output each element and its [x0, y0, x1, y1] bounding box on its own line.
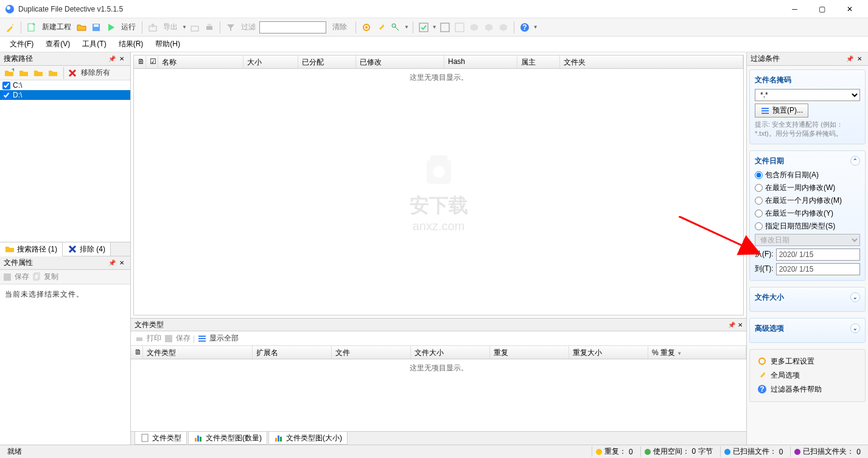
- bcol-pct[interactable]: % 重复 ▼: [648, 346, 746, 359]
- radio-week[interactable]: 在最近一周内修改(W): [755, 183, 860, 193]
- file-props-title: 文件属性: [4, 258, 33, 268]
- radio-year[interactable]: 在最近一年内修改(Y): [755, 208, 860, 219]
- gear-icon[interactable]: [360, 21, 373, 34]
- col-size[interactable]: 大小: [243, 55, 298, 68]
- minimize-button[interactable]: ─: [781, 1, 808, 18]
- cube1-icon[interactable]: [467, 21, 481, 34]
- check-icon[interactable]: [417, 21, 430, 34]
- maximize-button[interactable]: ▢: [808, 1, 836, 18]
- drive-item-c[interactable]: C:\: [0, 80, 130, 90]
- bcol-dup[interactable]: 重复: [490, 346, 569, 359]
- adv-title: 高级选项: [755, 323, 784, 334]
- save-button[interactable]: 保存: [176, 333, 191, 344]
- svg-text:?: ?: [522, 23, 527, 32]
- cube3-icon[interactable]: [497, 21, 510, 34]
- filter-help-link[interactable]: ?过滤器条件帮助: [755, 382, 860, 396]
- bcol-dupsize[interactable]: 重复大小: [569, 346, 648, 359]
- menu-tools[interactable]: 工具(T): [77, 37, 111, 51]
- col-check[interactable]: ☑: [146, 55, 158, 68]
- col-owner[interactable]: 属主: [517, 55, 560, 68]
- filter-icon[interactable]: [224, 21, 237, 34]
- folder3-icon[interactable]: [32, 66, 45, 80]
- bcol-ext[interactable]: 扩展名: [253, 346, 332, 359]
- svg-rect-29: [198, 340, 206, 342]
- links-section: 更多工程设置 全局选项 ?过滤器条件帮助: [749, 349, 866, 402]
- pin-icon[interactable]: 📌: [107, 54, 117, 64]
- add-folder-icon[interactable]: +: [2, 66, 16, 80]
- folder4-icon[interactable]: [46, 66, 60, 80]
- close-panel-icon[interactable]: ✕: [117, 258, 127, 268]
- more-settings-link[interactable]: 更多工程设置: [755, 354, 860, 368]
- menu-file[interactable]: 文件(F): [5, 37, 38, 51]
- bcol-files[interactable]: 文件: [332, 346, 411, 359]
- drive-item-d[interactable]: D:\: [0, 90, 130, 100]
- wand-icon[interactable]: [4, 21, 17, 34]
- menu-view[interactable]: 查看(V): [41, 37, 75, 51]
- print-icon[interactable]: [203, 21, 216, 34]
- tab-chart-count[interactable]: 文件类型图(数量): [188, 432, 267, 445]
- bcol-size[interactable]: 文件大小: [411, 346, 490, 359]
- expand-icon[interactable]: ⌄: [850, 323, 860, 333]
- svg-point-40: [759, 358, 765, 364]
- help-icon[interactable]: ?: [518, 21, 531, 34]
- app-icon: [5, 4, 15, 14]
- collapse-icon[interactable]: ⌃: [850, 156, 860, 166]
- tab-file-type[interactable]: 文件类型: [135, 432, 187, 445]
- remove-all-button[interactable]: 移除所有: [79, 68, 113, 78]
- show-all-button[interactable]: 显示全部: [209, 333, 239, 344]
- radio-range[interactable]: 指定日期范围/类型(S): [755, 221, 860, 231]
- col-hash[interactable]: Hash: [444, 55, 517, 68]
- close-panel-icon[interactable]: ✕: [855, 54, 864, 64]
- pin-icon[interactable]: 📌: [107, 258, 117, 268]
- save-icon[interactable]: [89, 21, 103, 34]
- pin-icon[interactable]: 📌: [728, 322, 735, 328]
- size-title: 文件大小: [755, 292, 784, 303]
- tab-chart-size[interactable]: 文件类型图(大小): [268, 432, 348, 445]
- drive-checkbox-d[interactable]: [2, 91, 10, 99]
- tab-exclude[interactable]: 排除 (4): [63, 242, 111, 256]
- radio-month[interactable]: 在最近一个月内修改(M): [755, 196, 860, 206]
- search-path-title: 搜索路径: [4, 54, 33, 64]
- menu-help[interactable]: 帮助(H): [150, 37, 185, 51]
- col-allocated[interactable]: 已分配: [298, 55, 356, 68]
- cube2-icon[interactable]: [482, 21, 495, 34]
- clear-filter-button[interactable]: 清除: [327, 22, 352, 32]
- filter-input[interactable]: [259, 21, 326, 33]
- tab-search-path[interactable]: 搜索路径 (1): [0, 242, 63, 256]
- global-options-link[interactable]: 全局选项: [755, 368, 860, 382]
- deselect-icon[interactable]: [453, 21, 466, 34]
- dot-icon: [794, 449, 800, 455]
- print-button[interactable]: 打印: [147, 333, 161, 344]
- close-panel-icon[interactable]: ✕: [738, 322, 743, 328]
- new-project-button[interactable]: 新建工程: [40, 22, 74, 32]
- new-project-icon[interactable]: [25, 21, 38, 34]
- save-props-button[interactable]: 保存: [15, 272, 29, 282]
- uncheck-icon[interactable]: [438, 21, 452, 34]
- bcol-type[interactable]: 文件类型: [143, 346, 253, 359]
- mask-select[interactable]: *.*: [755, 89, 860, 101]
- pin-icon[interactable]: 📌: [845, 54, 855, 64]
- run-icon[interactable]: [104, 21, 117, 34]
- edit-folder-icon[interactable]: [17, 66, 30, 80]
- import-icon[interactable]: [188, 21, 201, 34]
- expand-icon[interactable]: ⌄: [850, 292, 860, 302]
- open-icon[interactable]: [75, 21, 88, 34]
- drive-checkbox-c[interactable]: [2, 82, 10, 90]
- bcol-icon[interactable]: 🗎: [131, 346, 143, 359]
- close-button[interactable]: ✕: [836, 1, 863, 18]
- col-icon[interactable]: 🗎: [134, 55, 146, 68]
- col-modified[interactable]: 已修改: [356, 55, 444, 68]
- export-icon[interactable]: [146, 21, 159, 34]
- wrench-icon[interactable]: [374, 21, 388, 34]
- file-props-header: 文件属性 📌 ✕: [0, 256, 130, 270]
- export-button[interactable]: 导出: [161, 22, 180, 32]
- radio-all-dates[interactable]: 包含所有日期(A): [755, 170, 860, 180]
- preset-button[interactable]: 预置(P)...: [755, 104, 808, 118]
- copy-props-button[interactable]: 复制: [44, 272, 58, 282]
- col-name[interactable]: 名称: [158, 55, 243, 68]
- key-icon[interactable]: [389, 21, 402, 34]
- col-folder[interactable]: 文件夹: [560, 55, 743, 68]
- run-button[interactable]: 运行: [119, 22, 138, 32]
- close-panel-icon[interactable]: ✕: [117, 54, 127, 64]
- menu-results[interactable]: 结果(R): [114, 37, 149, 51]
